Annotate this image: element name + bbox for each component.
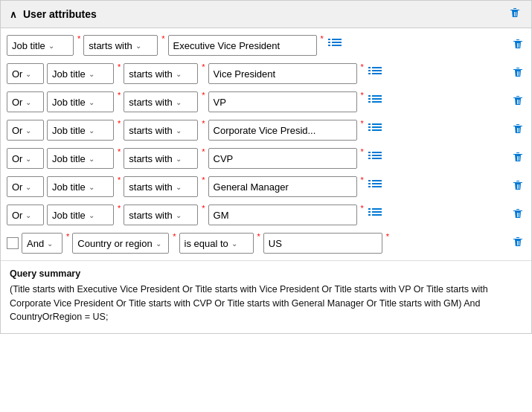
or-label: Or	[12, 68, 22, 80]
operator-select[interactable]: starts with ⌄	[124, 120, 198, 141]
required-star-3: *	[361, 62, 364, 71]
row-checkbox[interactable]	[7, 237, 19, 249]
required-star-3: *	[361, 204, 364, 213]
list-button[interactable]	[367, 179, 383, 194]
row-trash-icon	[512, 179, 524, 191]
list-button[interactable]	[367, 66, 383, 81]
and-chevron-icon: ⌄	[47, 239, 53, 248]
svg-rect-34	[368, 186, 371, 187]
field-select[interactable]: Job title ⌄	[47, 176, 114, 197]
value-input[interactable]	[208, 205, 357, 225]
or-label: Or	[12, 125, 22, 136]
filter-row: Job title ⌄ * starts with ⌄ **	[7, 33, 525, 58]
operator-select[interactable]: starts with ⌄	[83, 35, 158, 56]
operator-select[interactable]: is equal to ⌄	[179, 233, 254, 254]
list-icon	[368, 179, 382, 191]
or-chevron-icon: ⌄	[25, 98, 31, 106]
section-title: User attributes	[23, 8, 97, 20]
list-icon	[368, 123, 382, 135]
row-trash-button[interactable]	[510, 38, 525, 53]
field-select[interactable]: Job title ⌄	[47, 63, 114, 84]
required-star-2: *	[202, 204, 205, 213]
row-trash-icon	[512, 123, 524, 135]
required-star-2: *	[161, 34, 164, 43]
or-chevron-icon: ⌄	[25, 70, 31, 78]
field-select[interactable]: Job title ⌄	[47, 148, 114, 169]
operator-select[interactable]: starts with ⌄	[124, 91, 198, 112]
query-summary-text: (Title starts with Executive Vice Presid…	[10, 284, 488, 323]
svg-rect-17	[372, 101, 382, 103]
required-star-3: *	[361, 91, 364, 100]
or-select[interactable]: Or ⌄	[7, 176, 44, 197]
field-label: Job title	[12, 40, 45, 51]
field-select[interactable]: Job title ⌄	[47, 91, 114, 112]
or-select[interactable]: Or ⌄	[7, 120, 44, 141]
field-chevron-icon: ⌄	[89, 126, 94, 135]
collapse-icon[interactable]: ∧	[10, 9, 17, 20]
list-button[interactable]	[367, 123, 383, 138]
trash-icon	[509, 7, 521, 19]
row-trash-button[interactable]	[510, 94, 525, 109]
required-star-3: *	[257, 232, 260, 241]
required-star-3: *	[361, 119, 364, 128]
query-summary-title: Query summary	[10, 267, 522, 281]
operator-label: starts with	[89, 40, 132, 51]
value-input[interactable]	[168, 35, 317, 56]
row-trash-button[interactable]	[510, 236, 525, 251]
required-star: *	[118, 119, 121, 128]
value-input[interactable]	[208, 63, 357, 84]
list-icon	[368, 207, 382, 219]
or-select[interactable]: Or ⌄	[7, 91, 44, 112]
value-input[interactable]	[208, 91, 357, 112]
row-trash-button[interactable]	[510, 123, 525, 138]
field-select[interactable]: Job title ⌄	[47, 205, 114, 225]
list-button[interactable]	[367, 94, 383, 109]
row-trash-button[interactable]	[510, 207, 525, 222]
or-label: Or	[12, 97, 22, 108]
required-star: *	[118, 176, 121, 184]
list-button[interactable]	[367, 151, 383, 166]
field-select[interactable]: Job title ⌄	[7, 35, 74, 56]
svg-rect-36	[368, 208, 371, 210]
operator-select[interactable]: starts with ⌄	[124, 176, 198, 197]
or-label: Or	[12, 181, 22, 193]
row-trash-icon	[512, 66, 524, 78]
value-input[interactable]	[208, 120, 357, 141]
filter-row: Or ⌄ Job title ⌄ * starts with ⌄ **	[7, 118, 525, 143]
value-input[interactable]	[263, 233, 382, 254]
section-trash-button[interactable]	[507, 7, 522, 22]
value-input[interactable]	[208, 148, 357, 169]
list-button[interactable]	[367, 207, 383, 222]
svg-rect-21	[372, 126, 382, 128]
section-header: ∧ User attributes	[1, 1, 531, 28]
or-select[interactable]: Or ⌄	[7, 205, 44, 225]
row-trash-button[interactable]	[510, 151, 525, 166]
and-select[interactable]: And ⌄	[22, 233, 63, 254]
operator-label: starts with	[129, 210, 173, 221]
or-select[interactable]: Or ⌄	[7, 63, 44, 84]
svg-rect-5	[332, 45, 342, 46]
svg-rect-39	[372, 211, 382, 213]
field-chevron-icon: ⌄	[89, 70, 94, 78]
field-select[interactable]: Country or region ⌄	[72, 233, 169, 254]
row-trash-button[interactable]	[510, 179, 525, 194]
operator-chevron-icon: ⌄	[176, 70, 182, 78]
operator-select[interactable]: starts with ⌄	[124, 205, 198, 225]
filter-row: Or ⌄ Job title ⌄ * starts with ⌄ **	[7, 89, 525, 115]
list-button[interactable]	[327, 38, 343, 53]
svg-rect-25	[372, 152, 382, 153]
required-star: *	[66, 232, 69, 241]
row-trash-button[interactable]	[510, 66, 525, 81]
operator-select[interactable]: starts with ⌄	[124, 63, 198, 84]
row-trash-icon	[512, 38, 524, 50]
field-chevron-icon: ⌄	[89, 98, 94, 106]
field-chevron-icon: ⌄	[89, 155, 94, 163]
required-star-4: *	[386, 232, 389, 241]
value-input[interactable]	[208, 176, 357, 197]
operator-select[interactable]: starts with ⌄	[124, 148, 198, 169]
required-star: *	[118, 204, 121, 213]
or-select[interactable]: Or ⌄	[7, 148, 44, 169]
svg-rect-27	[372, 155, 382, 156]
field-select[interactable]: Job title ⌄	[47, 120, 114, 141]
required-star-2: *	[202, 147, 205, 156]
